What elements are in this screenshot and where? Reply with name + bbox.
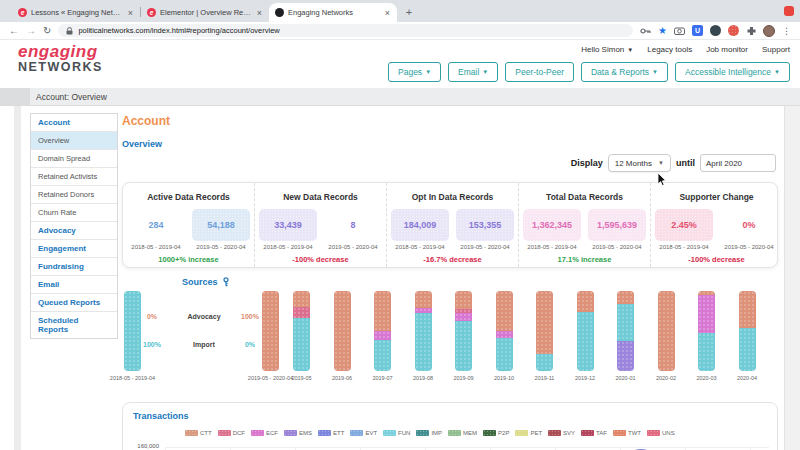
nav-button-accessible-intelligence[interactable]: Accessible Intelligence▼ — [675, 62, 790, 82]
user-menu[interactable]: Hello Simon ▼ — [581, 45, 633, 54]
legend-swatch — [515, 430, 528, 436]
dark-extension-icon[interactable] — [710, 25, 721, 36]
back-icon[interactable]: ← — [9, 26, 19, 36]
bookmark-star-icon[interactable]: ★ — [658, 25, 667, 36]
source-bar-2018-05-2019-04[interactable] — [124, 291, 141, 371]
main-panel: Account Overview Display 12 Months ▼ unt… — [122, 114, 780, 450]
legend-swatch — [350, 430, 363, 436]
segment-advocacy — [293, 291, 310, 307]
segment-advocacy — [739, 291, 756, 328]
stat-change: 17.1% increase — [523, 255, 646, 264]
globe-favicon — [275, 8, 284, 17]
legend-swatch — [448, 430, 461, 436]
sidebar-item-overview[interactable]: Overview — [31, 132, 117, 150]
stat-card-opt-in-data-records: Opt In Data Records184,0092018-05 - 2019… — [387, 183, 519, 267]
display-range-value: 12 Months — [615, 159, 652, 168]
legend-svy: SVY — [548, 430, 575, 436]
stat-values: 33,4392018-05 - 2019-0482019-05 - 2020-0… — [259, 209, 382, 250]
sidebar-item-advocacy[interactable]: Advocacy — [31, 222, 117, 240]
source-bar-2019-12[interactable] — [577, 291, 594, 371]
tab-close-icon[interactable]: × — [256, 8, 263, 18]
sidebar-item-retained-activists[interactable]: Retained Activists — [31, 168, 117, 186]
red-extension-icon[interactable] — [728, 25, 739, 36]
browser-tab-lessons-engaging-networks[interactable]: eLessons « Engaging Networks× — [12, 3, 140, 22]
legend-label: MEM — [463, 430, 477, 436]
forward-icon[interactable]: → — [26, 26, 36, 36]
browser-menu-icon[interactable]: ⋮ — [782, 26, 791, 36]
tab-title: Engaging Networks — [288, 8, 380, 17]
stat-change: -16.7% decrease — [391, 255, 514, 264]
nav-button-email[interactable]: Email▼ — [448, 62, 498, 82]
tab-close-icon[interactable]: × — [384, 8, 391, 18]
scrollbar[interactable] — [784, 106, 800, 450]
section-title: Overview — [122, 139, 780, 149]
toolbar-icons: ★ U ⋮ — [640, 25, 791, 37]
segment-advocacy — [374, 291, 391, 331]
stats-summary-card: Active Data Records2842018-05 - 2019-045… — [122, 182, 778, 268]
legend-swatch — [383, 430, 396, 436]
new-tab-button[interactable]: + — [401, 4, 417, 20]
browser-tab-strip: eLessons « Engaging Networks×eElementor … — [0, 0, 800, 22]
u-extension-icon[interactable]: U — [692, 25, 703, 36]
source-bar-2019-09[interactable] — [455, 291, 472, 371]
sidebar-item-engagement[interactable]: Engagement — [31, 240, 117, 258]
nav-button-pages[interactable]: Pages▼ — [388, 62, 441, 82]
source-bar-2020-01[interactable] — [617, 291, 634, 371]
link-job-monitor[interactable]: Job monitor — [706, 45, 748, 54]
legend-taf: TAF — [581, 430, 607, 436]
legend-label: EMS — [299, 430, 312, 436]
stat-title: Supporter Change — [655, 192, 778, 202]
recording-indicator-icon — [784, 6, 794, 16]
source-bar-2019-11[interactable] — [536, 291, 553, 371]
puzzle-extensions-icon[interactable] — [746, 26, 756, 36]
page-title: Account — [122, 114, 780, 128]
display-range-select[interactable]: 12 Months ▼ — [608, 154, 671, 172]
link-legacy-tools[interactable]: Legacy tools — [647, 45, 692, 54]
profile-avatar[interactable] — [763, 25, 775, 37]
reload-icon[interactable]: ↻ — [43, 26, 51, 36]
browser-tab-engaging-networks[interactable]: Engaging Networks× — [269, 3, 397, 22]
bar-label: 2018-05 - 2019-04 — [93, 375, 173, 381]
comparison-advocacy-lab: Advocacy — [187, 313, 220, 320]
sidebar-item-domain-spread[interactable]: Domain Spread — [31, 150, 117, 168]
source-bar-2019-08[interactable] — [415, 291, 432, 371]
legend-label: FUN — [398, 430, 410, 436]
nav-button-data-reports[interactable]: Data & Reports▼ — [581, 62, 668, 82]
stat-cell: 2.45%2018-05 - 2019-04 — [655, 209, 713, 250]
sidebar-item-churn-rate[interactable]: Churn Rate — [31, 204, 117, 222]
legend-label: ECF — [266, 430, 278, 436]
sidebar-item-queued-reports[interactable]: Queued Reports — [31, 294, 117, 312]
stat-card-total-data-records: Total Data Records1,362,3452018-05 - 201… — [519, 183, 651, 267]
source-bar-2020-04[interactable] — [739, 291, 756, 371]
sidebar-item-retained-donors[interactable]: Retained Donors — [31, 186, 117, 204]
chevron-down-icon: ▼ — [425, 69, 431, 75]
left-gutter — [14, 106, 21, 450]
until-date-input[interactable] — [700, 154, 776, 172]
segment-import — [577, 312, 594, 371]
source-bar-2019-07[interactable] — [374, 291, 391, 371]
legend-dcf: DCF — [218, 430, 245, 436]
source-bar-2019-05[interactable] — [293, 291, 310, 371]
source-bar-2019-05-2020-04[interactable] — [262, 291, 279, 371]
key-icon[interactable] — [640, 27, 651, 35]
sidebar-item-fundraising[interactable]: Fundraising — [31, 258, 117, 276]
stat-values: 2.45%2018-05 - 2019-040%2019-05 - 2020-0… — [655, 209, 778, 250]
source-bar-2019-06[interactable] — [334, 291, 351, 371]
source-bar-2020-02[interactable] — [658, 291, 675, 371]
source-bar-2019-10[interactable] — [496, 291, 513, 371]
sidebar-item-email[interactable]: Email — [31, 276, 117, 294]
nav-button-peer-to-peer[interactable]: Peer-to-Peer — [505, 62, 574, 82]
stat-period: 2018-05 - 2019-04 — [259, 244, 317, 250]
link-support[interactable]: Support — [762, 45, 790, 54]
key-icon[interactable] — [222, 277, 230, 287]
sidebar-item-account[interactable]: Account — [31, 114, 117, 132]
mouse-cursor — [657, 172, 667, 187]
content-area: AccountOverviewDomain SpreadRetained Act… — [0, 106, 800, 450]
source-bar-2020-03[interactable] — [698, 291, 715, 371]
address-bar[interactable]: politicalnetworks.com/index.html#reporti… — [58, 24, 633, 37]
sidebar-item-scheduled-reports[interactable]: Scheduled Reports — [31, 312, 117, 338]
tab-close-icon[interactable]: × — [127, 8, 134, 18]
legend-label: P2P — [498, 430, 509, 436]
camera-icon[interactable] — [674, 26, 685, 35]
browser-tab-elementor-overview-report[interactable]: eElementor | Overview Report× — [141, 3, 269, 22]
